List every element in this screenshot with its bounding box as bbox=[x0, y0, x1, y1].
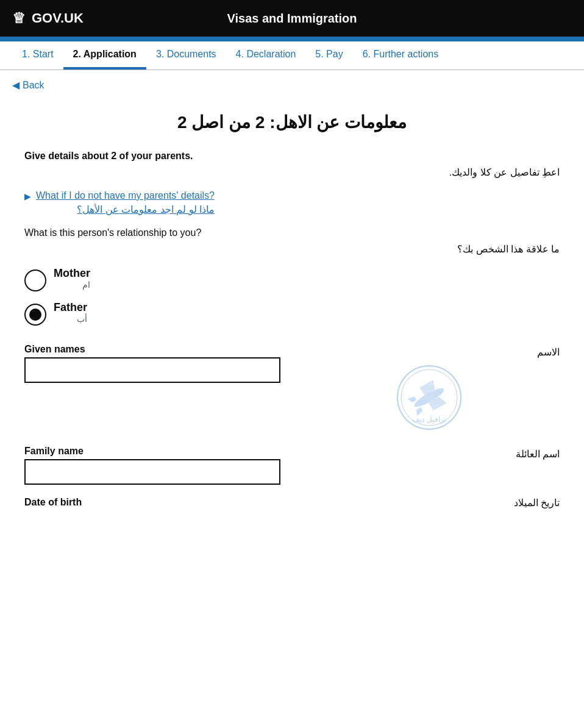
back-arrow-icon: ◀ bbox=[12, 79, 20, 91]
watermark-image: ترافيل ديف bbox=[390, 364, 469, 431]
question-section: What is this person's relationship to yo… bbox=[24, 227, 560, 255]
radio-father-label-en[interactable]: Father bbox=[54, 301, 87, 314]
intro-section: Give details about 2 of your parents. اع… bbox=[24, 151, 560, 178]
intro-text-ar: اعطِ تفاصيل عن كلا والديك. bbox=[24, 166, 560, 178]
svg-marker-6 bbox=[414, 407, 423, 416]
given-names-field: Given names الاسم bbox=[24, 344, 560, 434]
family-name-label-en: Family name bbox=[24, 446, 286, 457]
nav-item-pay[interactable]: 5. Pay bbox=[305, 41, 352, 70]
back-link[interactable]: ◀ Back bbox=[0, 70, 57, 100]
main-content: معلومات عن الاهل: 2 من اصل 2 Give detail… bbox=[0, 100, 584, 550]
radio-item-mother: Mother ام bbox=[24, 267, 560, 291]
nav-item-start[interactable]: 1. Start bbox=[12, 41, 63, 70]
radio-mother-label-en[interactable]: Mother bbox=[54, 267, 90, 280]
dob-field: Date of birth تاريخ الميلاد bbox=[24, 497, 560, 513]
family-name-input[interactable] bbox=[24, 459, 280, 485]
dob-label-ar: تاريخ الميلاد bbox=[298, 497, 560, 509]
gov-uk-logo: ♕ GOV.UK bbox=[12, 10, 152, 27]
radio-father-label-ar: أب bbox=[54, 314, 87, 324]
triangle-icon: ▶ bbox=[24, 191, 31, 201]
blue-accent-bar bbox=[0, 37, 584, 41]
given-names-input[interactable] bbox=[24, 357, 280, 383]
site-title: Visas and Immigration bbox=[152, 12, 432, 26]
radio-father[interactable] bbox=[24, 304, 46, 326]
intro-text-en: Give details about 2 of your parents. bbox=[24, 151, 560, 162]
details-section: ▶ What if I do not have my parents' deta… bbox=[24, 190, 560, 215]
question-label-en: What is this person's relationship to yo… bbox=[24, 227, 560, 238]
question-label-ar: ما علاقة هذا الشخص بك؟ bbox=[24, 243, 560, 255]
radio-mother[interactable] bbox=[24, 269, 46, 291]
radio-item-father: Father أب bbox=[24, 301, 560, 326]
back-label: Back bbox=[23, 80, 45, 91]
family-name-label-ar: اسم العائلة bbox=[298, 448, 560, 460]
crown-icon: ♕ bbox=[12, 10, 26, 27]
svg-text:ترافيل ديف: ترافيل ديف bbox=[412, 415, 446, 424]
details-summary: ▶ What if I do not have my parents' deta… bbox=[24, 190, 560, 215]
family-name-field: Family name اسم العائلة bbox=[24, 446, 560, 485]
nav-item-documents[interactable]: 3. Documents bbox=[146, 41, 226, 70]
radio-mother-label-ar: ام bbox=[54, 280, 90, 290]
step-navigation: 1. Start 2. Application 3. Documents 4. … bbox=[0, 41, 584, 70]
nav-item-further-actions[interactable]: 6. Further actions bbox=[353, 41, 449, 70]
details-link-en[interactable]: What if I do not have my parents' detail… bbox=[36, 190, 215, 201]
page-heading: معلومات عن الاهل: 2 من اصل 2 bbox=[24, 112, 560, 132]
relationship-radio-group: Mother ام Father أب bbox=[24, 267, 560, 326]
site-header: ♕ GOV.UK Visas and Immigration bbox=[0, 0, 584, 37]
dob-label-en: Date of birth bbox=[24, 497, 286, 508]
nav-item-application[interactable]: 2. Application bbox=[63, 41, 146, 70]
given-names-label-ar: الاسم bbox=[298, 346, 560, 358]
details-link-ar[interactable]: ماذا لو لم اجد معلومات عن الأهل؟ bbox=[36, 204, 215, 215]
nav-item-declaration[interactable]: 4. Declaration bbox=[226, 41, 306, 70]
gov-uk-text: GOV.UK bbox=[32, 10, 84, 26]
svg-marker-5 bbox=[407, 395, 416, 404]
given-names-label-en: Given names bbox=[24, 344, 286, 355]
